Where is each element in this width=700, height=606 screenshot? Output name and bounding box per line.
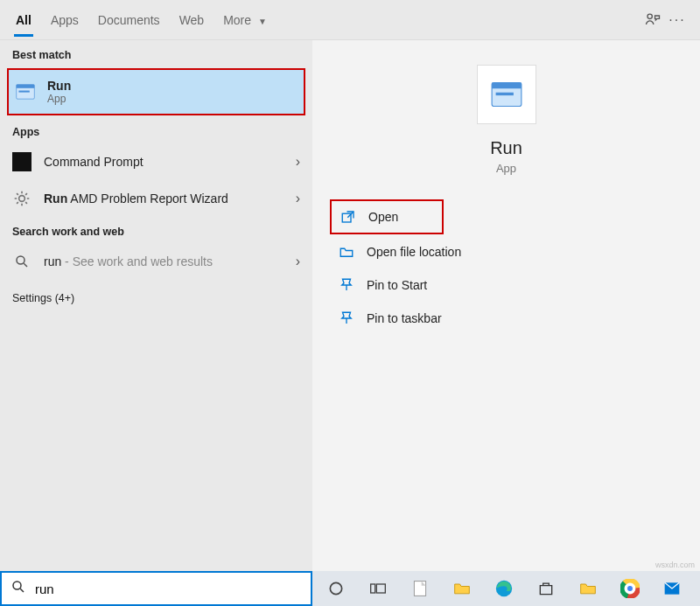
search-body: Best match Run App Apps Command Prompt ›: [0, 40, 700, 571]
taskbar-cortana-icon[interactable]: [325, 577, 347, 600]
command-prompt-icon: [12, 152, 32, 171]
search-icon: [12, 252, 32, 271]
result-title: run - See work and web results: [44, 254, 213, 268]
action-pin-to-start[interactable]: Pin to Start: [330, 269, 682, 301]
bottom-bar: [0, 571, 700, 606]
gear-icon: [12, 189, 32, 208]
label-apps: Apps: [0, 117, 312, 143]
detail-panel: Run App Open Open file location: [312, 40, 700, 571]
svg-rect-13: [376, 584, 385, 593]
taskbar-folder-icon[interactable]: [577, 577, 599, 600]
folder-icon: [339, 244, 354, 260]
svg-point-4: [19, 196, 25, 202]
taskbar-mail-icon[interactable]: [661, 577, 683, 600]
result-title-rest: - See work and web results: [61, 254, 213, 268]
tab-all[interactable]: All: [16, 4, 32, 36]
svg-point-11: [330, 582, 341, 594]
action-label: Pin to Start: [367, 278, 427, 292]
detail-title: Run: [490, 138, 522, 158]
svg-rect-12: [371, 584, 375, 593]
taskbar: [312, 571, 700, 606]
result-search-web-run[interactable]: run - See work and web results ›: [0, 243, 312, 280]
svg-rect-8: [495, 93, 513, 95]
result-settings-group[interactable]: Settings (4+): [0, 280, 312, 310]
taskbar-libreoffice-icon[interactable]: [409, 577, 431, 600]
taskbar-taskview-icon[interactable]: [367, 577, 389, 600]
svg-point-5: [17, 256, 24, 264]
pin-icon: [339, 310, 354, 326]
result-title-rest: AMD Problem Report Wizard: [67, 192, 228, 205]
watermark: wsxdn.com: [655, 561, 695, 569]
svg-point-10: [13, 582, 21, 589]
result-title: Run: [47, 79, 71, 93]
tab-more-label: More: [223, 13, 251, 27]
more-options-icon[interactable]: ···: [665, 8, 690, 32]
chevron-right-icon: ›: [296, 154, 300, 170]
tab-apps[interactable]: Apps: [51, 4, 79, 36]
result-title: Run AMD Problem Report Wizard: [44, 192, 228, 205]
pin-icon: [339, 277, 354, 293]
tab-documents[interactable]: Documents: [98, 4, 160, 36]
taskbar-store-icon[interactable]: [535, 577, 557, 600]
result-title-match: run: [44, 254, 61, 268]
tab-web[interactable]: Web: [179, 4, 205, 36]
search-box[interactable]: [0, 571, 312, 606]
search-header: All Apps Documents Web More ▼ ···: [0, 0, 700, 40]
detail-actions: Open Open file location Pin to Start: [330, 199, 682, 334]
search-input[interactable]: [35, 582, 302, 596]
svg-rect-3: [18, 91, 29, 93]
chevron-down-icon: ▼: [258, 17, 267, 26]
result-command-prompt[interactable]: Command Prompt ›: [0, 143, 312, 180]
label-best-match: Best match: [0, 40, 312, 66]
tab-more[interactable]: More ▼: [223, 4, 267, 36]
result-amd-wizard[interactable]: Run AMD Problem Report Wizard ›: [0, 180, 312, 217]
chevron-right-icon: ›: [296, 254, 300, 269]
svg-rect-7: [492, 83, 522, 89]
search-icon: [10, 579, 26, 598]
action-open[interactable]: Open: [330, 199, 444, 234]
results-panel: Best match Run App Apps Command Prompt ›: [0, 40, 312, 571]
action-pin-to-taskbar[interactable]: Pin to taskbar: [330, 303, 682, 334]
action-label: Open: [368, 210, 398, 224]
label-search-web: Search work and web: [0, 217, 312, 243]
taskbar-chrome-icon[interactable]: [619, 577, 641, 600]
chevron-right-icon: ›: [296, 191, 300, 206]
action-open-file-location[interactable]: Open file location: [330, 236, 682, 268]
svg-point-0: [648, 14, 652, 18]
detail-icon-frame: [477, 65, 536, 124]
feedback-icon[interactable]: [640, 8, 665, 32]
result-title-match: Run: [44, 192, 67, 205]
result-subtitle: App: [47, 93, 71, 105]
action-label: Pin to taskbar: [367, 311, 442, 325]
open-icon: [340, 209, 356, 225]
result-title: Command Prompt: [44, 155, 144, 169]
taskbar-explorer-icon[interactable]: [451, 577, 473, 600]
svg-point-20: [626, 585, 633, 591]
search-tabs: All Apps Documents Web More ▼: [16, 4, 267, 36]
svg-rect-2: [17, 85, 35, 88]
action-label: Open file location: [367, 245, 461, 259]
taskbar-edge-icon[interactable]: [493, 577, 515, 600]
svg-rect-14: [414, 582, 425, 596]
detail-subtitle: App: [496, 162, 516, 175]
result-run-app[interactable]: Run App: [7, 68, 305, 115]
run-icon: [16, 82, 35, 101]
run-icon: [491, 81, 522, 108]
